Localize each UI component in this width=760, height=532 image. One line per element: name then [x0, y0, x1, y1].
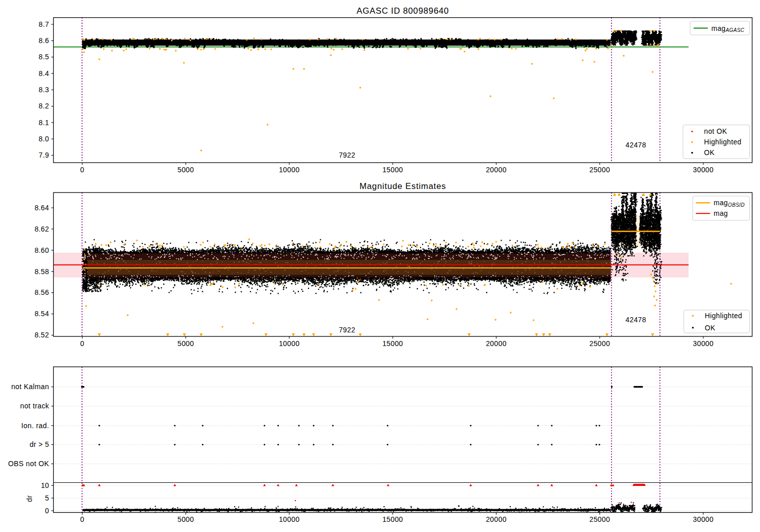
svg-text:10000: 10000	[279, 166, 299, 174]
svg-text:Highlighted: Highlighted	[704, 138, 742, 146]
svg-text:30000: 30000	[693, 339, 714, 348]
svg-text:8.3: 8.3	[39, 86, 49, 94]
svg-text:7.9: 7.9	[39, 151, 49, 159]
svg-text:OK: OK	[705, 324, 715, 332]
svg-text:8.52: 8.52	[34, 331, 49, 339]
svg-text:OK: OK	[704, 148, 715, 157]
svg-text:8.6: 8.6	[39, 36, 49, 45]
svg-text:25000: 25000	[589, 339, 610, 348]
svg-text:20000: 20000	[486, 166, 507, 174]
svg-text:not track: not track	[20, 402, 50, 410]
svg-text:Ion. rad.: Ion. rad.	[21, 422, 49, 430]
svg-text:dr > 5: dr > 5	[29, 440, 49, 448]
svg-text:10: 10	[41, 481, 49, 489]
svg-text:7922: 7922	[339, 326, 356, 334]
svg-text:30000: 30000	[693, 166, 714, 174]
svg-text:5000: 5000	[177, 515, 194, 523]
svg-text:Magnitude Estimates: Magnitude Estimates	[360, 181, 446, 191]
svg-text:8.64: 8.64	[34, 204, 49, 212]
svg-text:not Kalman: not Kalman	[11, 383, 49, 391]
svg-text:8.58: 8.58	[34, 268, 49, 276]
svg-text:10000: 10000	[279, 515, 299, 523]
svg-text:5: 5	[45, 494, 49, 502]
svg-text:8.2: 8.2	[39, 102, 49, 110]
svg-text:20000: 20000	[486, 339, 507, 348]
svg-text:15000: 15000	[383, 166, 403, 174]
svg-text:42478: 42478	[626, 141, 647, 149]
svg-text:8.0: 8.0	[39, 135, 49, 143]
svg-text:8.62: 8.62	[34, 225, 49, 233]
svg-text:8.7: 8.7	[39, 20, 49, 28]
svg-text:15000: 15000	[383, 339, 403, 348]
svg-text:20000: 20000	[486, 515, 507, 523]
svg-text:mag: mag	[714, 209, 728, 217]
svg-text:8.56: 8.56	[34, 288, 49, 296]
svg-text:AGASC ID 800989640: AGASC ID 800989640	[357, 6, 449, 16]
svg-text:15000: 15000	[383, 515, 403, 523]
svg-text:30000: 30000	[693, 515, 714, 523]
svg-text:0: 0	[80, 515, 84, 523]
svg-text:8.5: 8.5	[39, 53, 49, 61]
svg-text:not OK: not OK	[704, 127, 728, 135]
svg-text:42478: 42478	[626, 316, 647, 324]
svg-text:25000: 25000	[589, 166, 610, 174]
svg-text:dr: dr	[25, 495, 33, 502]
svg-text:OBS not OK: OBS not OK	[8, 460, 49, 468]
svg-text:5000: 5000	[177, 339, 194, 348]
svg-text:5000: 5000	[177, 166, 194, 174]
svg-text:8.4: 8.4	[39, 69, 49, 78]
svg-text:0: 0	[45, 507, 49, 515]
svg-text:7922: 7922	[339, 151, 356, 159]
svg-text:25000: 25000	[589, 515, 610, 523]
svg-text:0: 0	[80, 339, 84, 348]
svg-text:8.60: 8.60	[34, 246, 49, 254]
svg-text:8.1: 8.1	[39, 119, 49, 127]
svg-text:8.54: 8.54	[34, 310, 49, 318]
svg-text:10000: 10000	[279, 339, 299, 348]
svg-text:Highlighted: Highlighted	[705, 312, 742, 320]
svg-text:0: 0	[80, 166, 84, 174]
